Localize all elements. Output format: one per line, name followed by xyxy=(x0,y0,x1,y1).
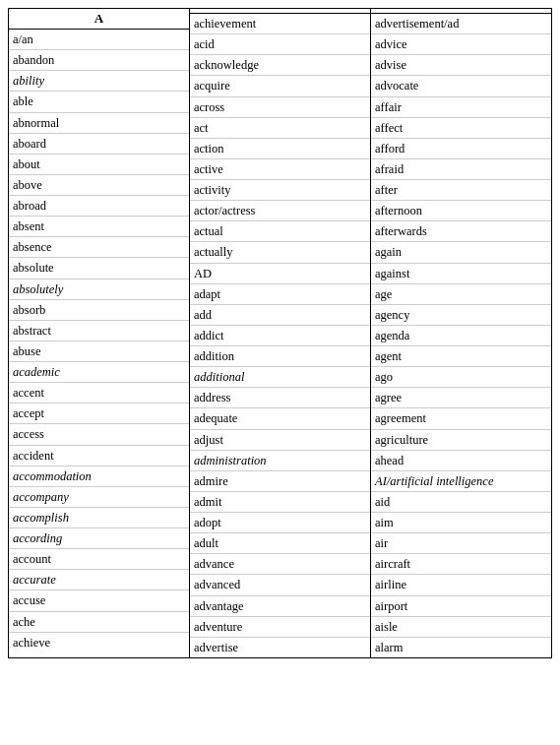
list-item: activity xyxy=(190,180,370,201)
list-item: a/an xyxy=(9,30,189,50)
list-item: afternoon xyxy=(371,201,551,221)
list-item: accent xyxy=(9,383,189,404)
list-item: agency xyxy=(371,305,551,326)
list-item: ahead xyxy=(371,451,551,471)
column-1: achievementacidacknowledgeacquireacrossa… xyxy=(190,9,371,657)
column-0: Aa/anabandonabilityableabnormalaboardabo… xyxy=(9,9,190,657)
list-item: accomplish xyxy=(9,508,189,528)
list-item: actual xyxy=(190,221,370,242)
list-item: additional xyxy=(190,367,370,388)
list-item: advertisement/ad xyxy=(371,14,551,34)
list-item: affect xyxy=(371,118,551,139)
word-table: Aa/anabandonabilityableabnormalaboardabo… xyxy=(8,8,552,658)
list-item: account xyxy=(9,549,189,570)
list-item: absence xyxy=(9,237,189,258)
list-item: age xyxy=(371,284,551,305)
list-item: AI/artificial intelligence xyxy=(371,471,551,492)
list-item: adult xyxy=(190,533,370,554)
list-item: ago xyxy=(371,367,551,388)
list-item: after xyxy=(371,180,551,201)
list-item: against xyxy=(371,264,551,284)
list-item: addition xyxy=(190,346,370,367)
list-item: airport xyxy=(371,596,551,617)
list-item: achievement xyxy=(190,14,370,34)
list-item: above xyxy=(9,175,189,196)
list-item: abstract xyxy=(9,321,189,341)
list-item: action xyxy=(190,139,370,159)
list-item: advance xyxy=(190,554,370,575)
list-item: agriculture xyxy=(371,430,551,451)
list-item: acknowledge xyxy=(190,55,370,76)
list-item: aid xyxy=(371,492,551,513)
list-item: academic xyxy=(9,362,189,383)
list-item: again xyxy=(371,242,551,263)
list-item: alarm xyxy=(371,638,551,657)
list-item: abroad xyxy=(9,196,189,217)
list-item: agenda xyxy=(371,326,551,346)
list-item: AD xyxy=(190,264,370,284)
list-item: advise xyxy=(371,55,551,76)
list-item: access xyxy=(9,424,189,445)
list-item: agreement xyxy=(371,408,551,429)
list-item: absorb xyxy=(9,300,189,321)
list-item: accommodation xyxy=(9,466,189,487)
list-item: active xyxy=(190,159,370,180)
list-item: abnormal xyxy=(9,113,189,134)
list-item: ability xyxy=(9,71,189,92)
list-item: advanced xyxy=(190,575,370,595)
list-item: absolutely xyxy=(9,279,189,300)
list-item: aim xyxy=(371,513,551,533)
list-item: across xyxy=(190,97,370,118)
list-item: address xyxy=(190,388,370,408)
list-item: about xyxy=(9,155,189,175)
list-item: add xyxy=(190,305,370,326)
list-item: afford xyxy=(371,139,551,159)
list-item: acid xyxy=(190,34,370,55)
list-item: admire xyxy=(190,471,370,492)
list-item: actor/actress xyxy=(190,201,370,221)
list-item: abandon xyxy=(9,50,189,71)
list-item: adventure xyxy=(190,617,370,638)
list-item: adjust xyxy=(190,430,370,451)
list-item: agent xyxy=(371,346,551,367)
list-item: affair xyxy=(371,97,551,118)
list-item: addict xyxy=(190,326,370,346)
list-item: airline xyxy=(371,575,551,595)
list-item: act xyxy=(190,118,370,139)
list-item: admit xyxy=(190,492,370,513)
list-item: advocate xyxy=(371,76,551,96)
list-item: abuse xyxy=(9,341,189,362)
list-item: adopt xyxy=(190,513,370,533)
list-item: adapt xyxy=(190,284,370,305)
list-item: achieve xyxy=(9,633,189,652)
list-item: accept xyxy=(9,404,189,424)
list-item: actually xyxy=(190,242,370,263)
list-item: according xyxy=(9,528,189,549)
list-item: aircraft xyxy=(371,554,551,575)
list-item: agree xyxy=(371,388,551,408)
list-item: ache xyxy=(9,612,189,633)
list-item: acquire xyxy=(190,76,370,96)
list-item: accident xyxy=(9,446,189,466)
column-2: advertisement/adadviceadviseadvocateaffa… xyxy=(371,9,551,657)
list-item: absent xyxy=(9,217,189,237)
list-item: advice xyxy=(371,34,551,55)
list-item: accuse xyxy=(9,590,189,611)
list-item: administration xyxy=(190,451,370,471)
list-item: afraid xyxy=(371,159,551,180)
list-item: air xyxy=(371,533,551,554)
list-item: absolute xyxy=(9,258,189,279)
list-item: aboard xyxy=(9,134,189,155)
list-item: accurate xyxy=(9,570,189,590)
list-item: advertise xyxy=(190,638,370,657)
col-header-0: A xyxy=(9,9,189,30)
list-item: accompany xyxy=(9,487,189,508)
list-item: advantage xyxy=(190,596,370,617)
page: Aa/anabandonabilityableabnormalaboardabo… xyxy=(0,0,560,745)
list-item: able xyxy=(9,92,189,112)
list-item: aisle xyxy=(371,617,551,638)
list-item: afterwards xyxy=(371,221,551,242)
list-item: adequate xyxy=(190,408,370,429)
